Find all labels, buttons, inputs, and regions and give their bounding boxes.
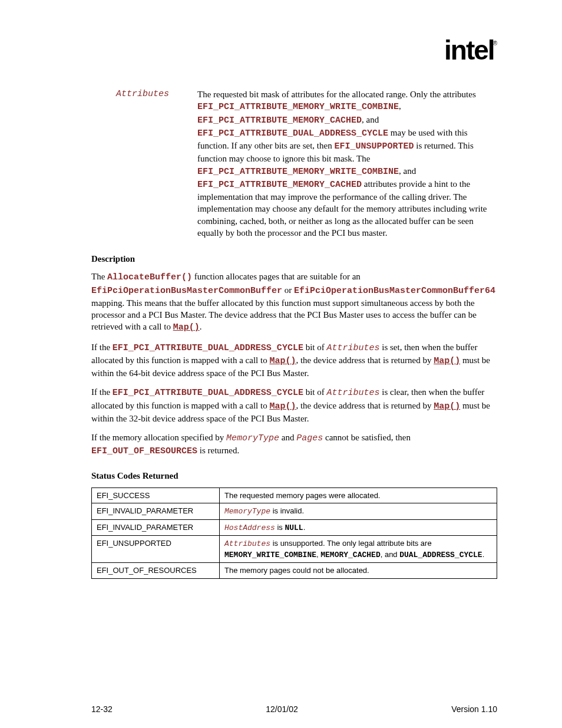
logo-text: intel [444,35,494,65]
description-heading: Description [91,253,497,265]
registered-mark: ® [493,40,496,47]
status-code: EFI_OUT_OF_RESOURCES [92,563,220,579]
description-p3: If the EFI_PCI_ATTRIBUTE_DUAL_ADDRESS_CY… [91,386,497,424]
status-code: EFI_UNSUPPORTED [92,536,220,563]
description-p2: If the EFI_PCI_ATTRIBUTE_DUAL_ADDRESS_CY… [91,341,497,380]
param-description: The requested bit mask of attributes for… [197,88,497,239]
table-row: EFI_INVALID_PARAMETER HostAddress is NUL… [92,519,497,536]
map-link[interactable]: Map() [269,401,296,411]
status-heading: Status Codes Returned [91,470,497,482]
table-row: EFI_UNSUPPORTED Attributes is unsupporte… [92,536,497,563]
page-number: 12-32 [91,704,113,714]
param-name: Attributes [91,88,197,100]
status-code: EFI_INVALID_PARAMETER [92,519,220,536]
page: intel® Attributes The requested bit mask… [0,0,562,728]
map-link[interactable]: Map() [173,322,200,332]
content: Attributes The requested bit mask of att… [91,35,497,579]
intel-logo: intel® [444,34,497,66]
status-code: EFI_INVALID_PARAMETER [92,503,220,520]
status-desc: The requested memory pages were allocate… [220,487,497,503]
status-code: EFI_SUCCESS [92,487,220,503]
param-row: Attributes The requested bit mask of att… [91,88,497,239]
status-desc: Attributes is unsupported. The only lega… [220,536,497,563]
status-desc: HostAddress is NULL. [220,519,497,536]
footer-version: Version 1.10 [451,704,497,714]
status-table: EFI_SUCCESS The requested memory pages w… [91,487,497,579]
table-row: EFI_OUT_OF_RESOURCES The memory pages co… [92,563,497,579]
status-desc: The memory pages could not be allocated. [220,563,497,579]
map-link[interactable]: Map() [434,401,460,411]
description-p1: The AllocateBuffer() function allocates … [91,271,497,334]
table-row: EFI_SUCCESS The requested memory pages w… [92,487,497,503]
description-p4: If the memory allocation specified by Me… [91,431,497,458]
table-row: EFI_INVALID_PARAMETER MemoryType is inva… [92,503,497,520]
status-desc: MemoryType is invalid. [220,503,497,520]
footer: 12-32 12/01/02 Version 1.10 [91,704,497,714]
footer-date: 12/01/02 [266,704,298,714]
map-link[interactable]: Map() [434,356,460,366]
map-link[interactable]: Map() [269,356,296,366]
